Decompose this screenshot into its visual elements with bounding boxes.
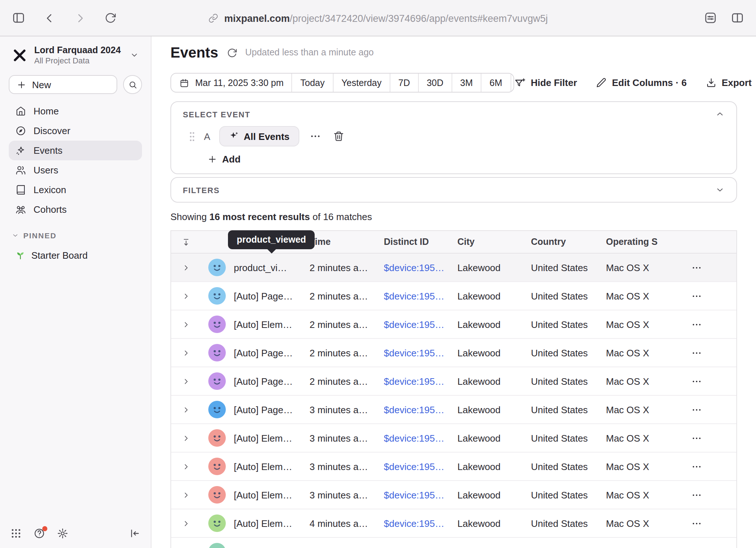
sparkle-icon bbox=[228, 130, 239, 142]
table-row[interactable]: [Auto] Page… 2 minutes a… $device:195… L… bbox=[171, 282, 736, 310]
range-today[interactable]: Today bbox=[292, 74, 334, 92]
range-12m[interactable]: 12M bbox=[511, 74, 514, 92]
sidebar-item-users[interactable]: Users bbox=[9, 160, 142, 180]
add-event-button[interactable]: Add bbox=[208, 154, 241, 165]
cell-distinct-id-link[interactable]: $device:195… bbox=[384, 461, 457, 472]
range-yesterday[interactable]: Yesterday bbox=[333, 74, 390, 92]
face-icon bbox=[208, 429, 226, 447]
expand-row-icon[interactable] bbox=[171, 320, 200, 328]
more-options-icon[interactable] bbox=[308, 129, 322, 144]
all-events-chip[interactable]: All Events bbox=[219, 126, 299, 146]
settings-gear-icon[interactable] bbox=[57, 528, 68, 539]
chevron-up-icon[interactable] bbox=[715, 109, 725, 119]
cell-distinct-id-link[interactable]: $device:195… bbox=[384, 404, 457, 415]
cell-distinct-id-link[interactable]: $device:195… bbox=[384, 290, 457, 301]
expand-row-icon[interactable] bbox=[171, 349, 200, 357]
sidebar-item-home[interactable]: Home bbox=[9, 101, 142, 121]
edit-columns-button[interactable]: Edit Columns · 6 bbox=[596, 77, 687, 88]
chevron-down-icon[interactable] bbox=[715, 185, 725, 195]
project-switcher[interactable]: Lord Farquaad 2024 All Project Data bbox=[9, 42, 142, 68]
help-icon[interactable] bbox=[34, 528, 45, 539]
browser-chrome: mixpanel.com/project/3472420/view/397469… bbox=[0, 0, 756, 36]
table-row[interactable]: [Auto] Elem… 4 minutes a… $device:195… L… bbox=[171, 509, 736, 538]
column-header-os[interactable]: Operating S bbox=[606, 237, 687, 247]
row-menu-icon[interactable] bbox=[687, 461, 736, 472]
face-icon bbox=[208, 344, 226, 361]
collapse-sidebar-icon[interactable] bbox=[129, 528, 141, 539]
cell-distinct-id-link[interactable]: $device:195… bbox=[384, 489, 457, 500]
chevron-down-icon bbox=[130, 50, 139, 60]
cell-distinct-id-link[interactable]: $device:195… bbox=[384, 518, 457, 529]
filters-card: FILTERS bbox=[170, 177, 737, 203]
refresh-icon[interactable] bbox=[226, 47, 237, 58]
table-row[interactable]: [Auto] Elem… 2 minutes a… $device:195… L… bbox=[171, 310, 736, 339]
expand-row-icon[interactable] bbox=[171, 434, 200, 442]
apps-grid-icon[interactable] bbox=[10, 528, 22, 539]
row-menu-icon[interactable] bbox=[687, 376, 736, 387]
sidebar-item-discover[interactable]: Discover bbox=[9, 121, 142, 141]
row-menu-icon[interactable] bbox=[687, 319, 736, 330]
table-row[interactable]: [Auto] Elem… 3 minutes a… $device:195… L… bbox=[171, 481, 736, 509]
page-customize-icon[interactable] bbox=[704, 11, 717, 25]
search-button[interactable] bbox=[123, 75, 142, 94]
row-menu-icon[interactable] bbox=[687, 432, 736, 443]
table-row[interactable]: [Auto] Elem… 3 minutes a… $device:195… L… bbox=[171, 424, 736, 453]
sidebar-item-cohorts[interactable]: Cohorts bbox=[9, 200, 142, 219]
table-row[interactable]: [Auto] Page… 2 minutes a… $device:195… L… bbox=[171, 367, 736, 396]
column-header-distinct-id[interactable]: Distinct ID bbox=[384, 237, 457, 247]
table-row[interactable]: product_vi… 2 minutes a… $device:195… La… bbox=[171, 254, 736, 282]
cell-distinct-id-link[interactable]: $device:195… bbox=[384, 262, 457, 273]
expand-row-icon[interactable] bbox=[171, 406, 200, 414]
expand-row-icon[interactable] bbox=[171, 263, 200, 271]
cell-distinct-id-link[interactable]: $device:195… bbox=[384, 432, 457, 443]
range-3m[interactable]: 3M bbox=[452, 74, 482, 92]
back-icon[interactable] bbox=[43, 11, 56, 24]
cell-distinct-id-link[interactable]: $device:195… bbox=[384, 319, 457, 330]
drag-handle-icon[interactable] bbox=[189, 131, 195, 142]
expand-row-icon[interactable] bbox=[171, 377, 200, 385]
expand-row-icon[interactable] bbox=[171, 292, 200, 300]
split-view-icon[interactable] bbox=[731, 11, 744, 25]
cell-os: Mac OS X bbox=[606, 489, 687, 500]
range-6m[interactable]: 6M bbox=[481, 74, 511, 92]
row-avatar bbox=[208, 458, 226, 475]
row-menu-icon[interactable] bbox=[687, 489, 736, 500]
date-picker-button[interactable]: Mar 11, 2025 3:30 pm bbox=[171, 74, 292, 92]
plus-icon bbox=[17, 80, 26, 89]
table-row[interactable]: [Auto] Elem… 3 minutes a… $device:195… L… bbox=[171, 453, 736, 481]
cell-os: Mac OS X bbox=[606, 290, 687, 301]
sidebar-item-label: Events bbox=[34, 145, 63, 156]
reload-icon[interactable] bbox=[104, 12, 117, 24]
browser-sidebar-toggle-icon[interactable] bbox=[12, 11, 25, 25]
sidebar-item-lexicon[interactable]: Lexicon bbox=[9, 180, 142, 200]
pinned-section-toggle[interactable]: PINNED bbox=[9, 231, 142, 240]
table-row[interactable] bbox=[171, 538, 736, 548]
row-menu-icon[interactable] bbox=[687, 404, 736, 415]
table-row[interactable]: [Auto] Page… 2 minutes a… $device:195… L… bbox=[171, 339, 736, 367]
jump-to-latest-icon[interactable] bbox=[171, 237, 200, 247]
url-bar[interactable]: mixpanel.com/project/3472420/view/397469… bbox=[208, 0, 548, 36]
table-row[interactable]: [Auto] Page… 3 minutes a… $device:195… L… bbox=[171, 396, 736, 424]
expand-row-icon[interactable] bbox=[171, 462, 200, 470]
export-button[interactable]: Export bbox=[706, 77, 752, 88]
column-header-time[interactable]: Time bbox=[310, 237, 384, 247]
sidebar-item-events[interactable]: Events bbox=[9, 141, 142, 160]
row-menu-icon[interactable] bbox=[687, 518, 736, 529]
cell-distinct-id-link[interactable]: $device:195… bbox=[384, 376, 457, 387]
cell-distinct-id-link[interactable]: $device:195… bbox=[384, 347, 457, 358]
trash-icon[interactable] bbox=[331, 129, 346, 144]
new-button[interactable]: New bbox=[9, 75, 117, 94]
expand-row-icon[interactable] bbox=[171, 491, 200, 499]
row-menu-icon[interactable] bbox=[687, 290, 736, 301]
row-menu-icon[interactable] bbox=[687, 546, 736, 548]
range-30d[interactable]: 30D bbox=[419, 74, 452, 92]
sidebar-item-starter-board[interactable]: Starter Board bbox=[9, 247, 142, 263]
row-menu-icon[interactable] bbox=[687, 347, 736, 358]
expand-row-icon[interactable] bbox=[171, 519, 200, 527]
hide-filter-button[interactable]: Hide Filter bbox=[514, 77, 577, 89]
range-7d[interactable]: 7D bbox=[390, 74, 419, 92]
forward-icon[interactable] bbox=[74, 11, 87, 24]
row-menu-icon[interactable] bbox=[687, 262, 736, 273]
column-header-city[interactable]: City bbox=[457, 237, 531, 247]
column-header-country[interactable]: Country bbox=[531, 237, 606, 247]
